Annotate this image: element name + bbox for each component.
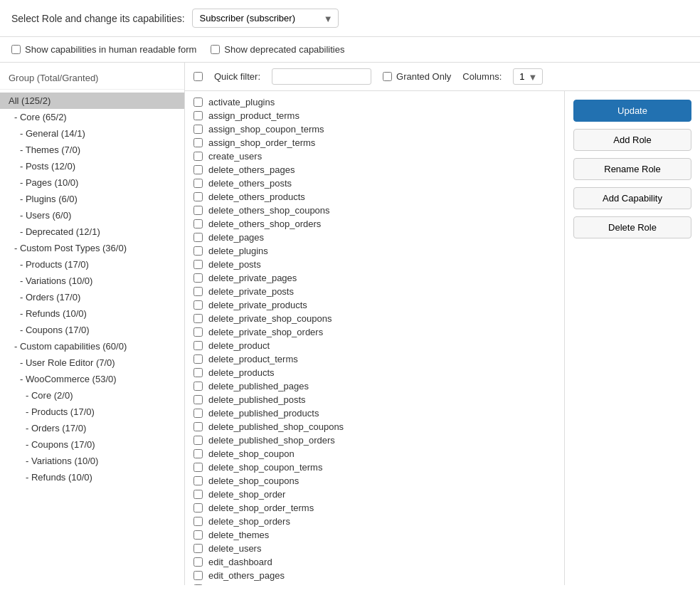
capability-label: delete_shop_order_terms (208, 503, 314, 513)
select-all-checkbox[interactable] (193, 72, 203, 81)
capability-label: delete_private_pages (208, 273, 297, 283)
capability-checkbox[interactable] (193, 584, 203, 585)
sidebar-item[interactable]: - Core (65/2) (0, 109, 184, 125)
capability-checkbox[interactable] (193, 125, 203, 134)
capability-checkbox[interactable] (193, 463, 203, 472)
columns-select[interactable]: 123 (513, 68, 543, 85)
human-readable-checkbox-label[interactable]: Show capabilities in human readable form (11, 44, 196, 55)
sidebar-item[interactable]: - Custom Post Types (36/0) (0, 240, 184, 256)
capability-label: delete_private_shop_coupons (208, 313, 332, 324)
capability-checkbox[interactable] (193, 557, 203, 567)
sidebar-item[interactable]: - Variations (10/0) (0, 273, 184, 289)
capability-checkbox[interactable] (193, 395, 203, 404)
capability-item: delete_shop_orders (185, 515, 564, 528)
capability-checkbox[interactable] (193, 503, 203, 512)
sidebar-item[interactable]: - Coupons (17/0) (0, 436, 184, 453)
capability-checkbox[interactable] (193, 517, 203, 526)
granted-only-label[interactable]: Granted Only (383, 71, 451, 82)
granted-only-checkbox[interactable] (383, 72, 392, 81)
sidebar-item[interactable]: - Deprecated (12/1) (0, 224, 184, 240)
capability-label: delete_shop_coupons (208, 475, 299, 486)
capability-item: delete_shop_order_terms (185, 501, 564, 515)
sidebar-item[interactable]: - Pages (10/0) (0, 174, 184, 191)
sidebar-item[interactable]: - Plugins (6/0) (0, 191, 184, 207)
sidebar-item[interactable]: - Orders (17/0) (0, 289, 184, 305)
capability-checkbox[interactable] (193, 138, 203, 147)
sidebar-item[interactable]: - WooCommerce (53/0) (0, 371, 184, 387)
sidebar-item[interactable]: All (125/2) (0, 93, 184, 109)
add-role-button[interactable]: Add Role (573, 129, 691, 151)
capability-checkbox[interactable] (193, 382, 203, 391)
sidebar-item[interactable]: - Users (6/0) (0, 207, 184, 224)
sidebar-item[interactable]: - Refunds (10/0) (0, 469, 184, 485)
quick-filter-input[interactable] (272, 68, 371, 85)
sidebar-item[interactable]: - Orders (17/0) (0, 420, 184, 436)
role-select[interactable]: Subscriber (subscriber)Administrator (ad… (192, 9, 339, 28)
capability-label: delete_others_posts (208, 178, 292, 189)
capability-item: create_users (185, 149, 564, 163)
actions-panel: Update Add Role Rename Role Add Capabili… (565, 91, 700, 585)
capability-checkbox[interactable] (193, 436, 203, 445)
capability-label: delete_shop_coupon_terms (208, 462, 322, 473)
capability-checkbox[interactable] (193, 490, 203, 499)
capability-checkbox[interactable] (193, 341, 203, 350)
capability-checkbox[interactable] (193, 354, 203, 364)
sidebar-item[interactable]: - Themes (7/0) (0, 142, 184, 158)
sidebar-item[interactable]: - Core (2/0) (0, 387, 184, 404)
sidebar-item[interactable]: - User Role Editor (7/0) (0, 354, 184, 371)
capability-checkbox[interactable] (193, 300, 203, 310)
sidebar-item[interactable]: - Coupons (17/0) (0, 322, 184, 338)
capability-checkbox[interactable] (193, 368, 203, 377)
capability-label: delete_shop_order (208, 489, 285, 500)
capability-item: delete_others_shop_orders (185, 217, 564, 231)
sidebar-item[interactable]: - Variations (10/0) (0, 453, 184, 469)
capability-checkbox[interactable] (193, 219, 203, 228)
sidebar: Group (Total/Granted) All (125/2)- Core … (0, 63, 185, 585)
deprecated-checkbox-label[interactable]: Show deprecated capabilities (211, 44, 344, 55)
sidebar-item[interactable]: - General (14/1) (0, 125, 184, 142)
sidebar-item[interactable]: - Custom capabilities (60/0) (0, 338, 184, 354)
capability-checkbox[interactable] (193, 98, 203, 107)
rename-role-button[interactable]: Rename Role (573, 158, 691, 180)
sidebar-item[interactable]: - Products (17/0) (0, 256, 184, 273)
human-readable-checkbox[interactable] (11, 45, 21, 54)
capability-label: delete_pages (208, 232, 264, 243)
add-capability-button[interactable]: Add Capability (573, 187, 691, 209)
capability-checkbox[interactable] (193, 111, 203, 120)
capability-item: delete_published_products (185, 406, 564, 420)
human-readable-label-text: Show capabilities in human readable form (25, 44, 196, 55)
capability-checkbox[interactable] (193, 544, 203, 553)
sidebar-item[interactable]: - Refunds (10/0) (0, 305, 184, 322)
capability-checkbox[interactable] (193, 476, 203, 485)
capability-item: delete_others_shop_coupons (185, 204, 564, 217)
capability-checkbox[interactable] (193, 192, 203, 201)
capability-checkbox[interactable] (193, 246, 203, 256)
capability-checkbox[interactable] (193, 422, 203, 431)
capability-checkbox[interactable] (193, 314, 203, 323)
capability-checkbox[interactable] (193, 287, 203, 296)
capability-checkbox[interactable] (193, 273, 203, 283)
capability-item: delete_published_posts (185, 393, 564, 406)
capability-checkbox[interactable] (193, 165, 203, 174)
quick-filter-label: Quick filter: (214, 71, 260, 82)
capability-checkbox[interactable] (193, 206, 203, 215)
capability-checkbox[interactable] (193, 571, 203, 580)
sidebar-item[interactable]: - Posts (12/0) (0, 158, 184, 174)
capability-checkbox[interactable] (193, 449, 203, 458)
capability-item: delete_posts (185, 258, 564, 271)
capability-checkbox[interactable] (193, 409, 203, 418)
capability-checkbox[interactable] (193, 260, 203, 269)
sidebar-item[interactable]: - Products (17/0) (0, 404, 184, 420)
capability-label: delete_others_pages (208, 164, 295, 175)
capability-checkbox[interactable] (193, 530, 203, 540)
capability-item: delete_private_pages (185, 271, 564, 285)
capability-label: delete_private_products (208, 300, 307, 310)
update-button[interactable]: Update (573, 100, 691, 122)
capability-item: delete_shop_coupons (185, 474, 564, 488)
capability-checkbox[interactable] (193, 179, 203, 188)
delete-role-button[interactable]: Delete Role (573, 216, 691, 238)
capability-checkbox[interactable] (193, 233, 203, 242)
deprecated-checkbox[interactable] (211, 45, 220, 54)
capability-checkbox[interactable] (193, 327, 203, 337)
capability-checkbox[interactable] (193, 152, 203, 161)
